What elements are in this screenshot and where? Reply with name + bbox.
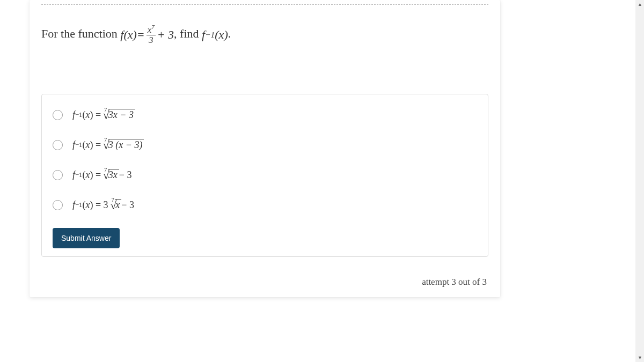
question-prefix: For the function [41, 27, 120, 40]
answers-box: f−1(x) = 7 √ 3x − 3 f−1(x) = 7 √ 3 (x − … [41, 94, 488, 257]
paren-close: ) [133, 28, 136, 42]
equals: = [137, 28, 145, 42]
finv-expr: f−1(x) [202, 28, 228, 42]
finv-close: ) [224, 28, 228, 42]
question-period: . [228, 27, 231, 40]
option-b-math: f−1(x) = 7 √ 3 (x − 3) [72, 138, 144, 152]
attempt-counter: attempt 3 out of 3 [30, 269, 500, 297]
option-a[interactable]: f−1(x) = 7 √ 3x − 3 [53, 108, 477, 122]
question-mid: , find [174, 27, 202, 40]
root: 7 √ 3x [101, 168, 119, 182]
finv-x: x [219, 28, 224, 42]
root: 7 √ 3 (x − 3) [101, 138, 144, 152]
fraction-denominator: 3 [148, 35, 155, 46]
root: 7 √ x [108, 198, 122, 212]
question-math: f(x) = x7 3 + 3 [120, 24, 174, 46]
root: 7 √ 3x − 3 [101, 108, 135, 122]
question-card: For the function f(x) = x7 3 + 3 , find … [30, 0, 500, 297]
submit-button[interactable]: Submit Answer [53, 228, 120, 248]
option-d-math: f−1(x) = 3 7 √ x − 3 [72, 198, 134, 212]
option-a-math: f−1(x) = 7 √ 3x − 3 [72, 108, 135, 122]
radio-button[interactable] [53, 200, 63, 210]
vertical-scrollbar[interactable]: ▲ ▼ [635, 0, 644, 362]
scroll-down-icon[interactable]: ▼ [638, 355, 642, 360]
radio-button[interactable] [53, 170, 63, 180]
finv-exp: −1 [205, 30, 215, 40]
question-text: For the function f(x) = x7 3 + 3 , find … [30, 5, 500, 94]
fraction: x7 3 [147, 24, 156, 46]
scroll-up-icon[interactable]: ▲ [638, 2, 642, 7]
radio-button[interactable] [53, 140, 63, 150]
option-b[interactable]: f−1(x) = 7 √ 3 (x − 3) [53, 138, 477, 152]
plus-three: + 3 [157, 28, 174, 42]
option-c[interactable]: f−1(x) = 7 √ 3x − 3 [53, 168, 477, 182]
option-c-math: f−1(x) = 7 √ 3x − 3 [72, 168, 132, 182]
finv-open: ( [215, 28, 218, 42]
option-d[interactable]: f−1(x) = 3 7 √ x − 3 [53, 198, 477, 212]
fraction-numerator: x7 [147, 24, 156, 35]
radio-button[interactable] [53, 110, 63, 120]
paren-open: ( [123, 28, 127, 42]
